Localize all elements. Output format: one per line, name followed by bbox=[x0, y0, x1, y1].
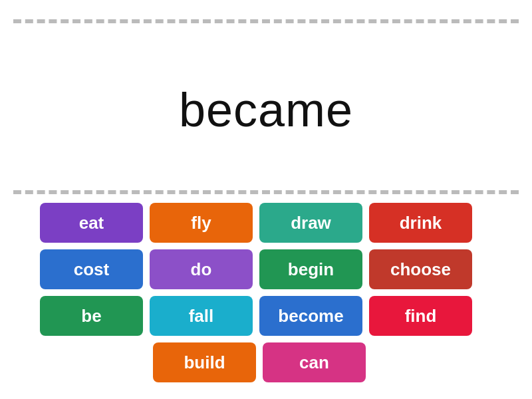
dashed-border-mid bbox=[0, 190, 532, 195]
button-row-4: buildcan bbox=[40, 342, 492, 382]
word-button-begin[interactable]: begin bbox=[259, 249, 362, 289]
button-row-2: costdobeginchoose bbox=[40, 249, 492, 289]
word-button-do[interactable]: do bbox=[150, 249, 253, 289]
word-button-eat[interactable]: eat bbox=[40, 203, 143, 243]
word-button-fall[interactable]: fall bbox=[150, 296, 253, 336]
dashed-border-top bbox=[0, 19, 532, 24]
word-button-drink[interactable]: drink bbox=[369, 203, 472, 243]
button-row-1: eatflydrawdrink bbox=[40, 203, 492, 243]
button-row-3: befallbecomefind bbox=[40, 296, 492, 336]
buttons-area: eatflydrawdrink costdobeginchoose befall… bbox=[40, 203, 492, 389]
word-button-build[interactable]: build bbox=[153, 342, 256, 382]
word-button-cost[interactable]: cost bbox=[40, 249, 143, 289]
title-area: became bbox=[0, 40, 532, 180]
word-button-find[interactable]: find bbox=[369, 296, 472, 336]
word-button-become[interactable]: become bbox=[259, 296, 362, 336]
word-button-be[interactable]: be bbox=[40, 296, 143, 336]
word-button-can[interactable]: can bbox=[263, 342, 366, 382]
word-button-draw[interactable]: draw bbox=[259, 203, 362, 243]
word-button-fly[interactable]: fly bbox=[150, 203, 253, 243]
main-word: became bbox=[179, 82, 353, 137]
word-button-choose[interactable]: choose bbox=[369, 249, 472, 289]
